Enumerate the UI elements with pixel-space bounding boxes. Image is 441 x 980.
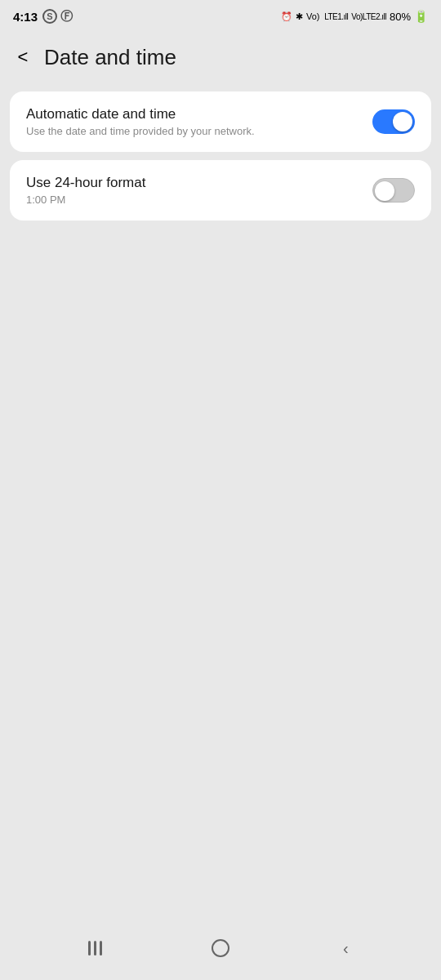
recent-apps-icon xyxy=(88,941,102,956)
24-hour-format-toggle[interactable] xyxy=(372,178,415,203)
24-hour-format-title: Use 24-hour format xyxy=(26,175,372,191)
auto-date-time-item[interactable]: Automatic date and time Use the date and… xyxy=(10,91,431,152)
home-button[interactable] xyxy=(196,936,245,960)
signal-lte2: Vo)LTE2.ıll xyxy=(351,12,386,21)
24-hour-format-toggle-knob xyxy=(375,181,394,201)
auto-date-time-toggle-knob xyxy=(393,112,412,131)
status-apps-icons: S Ⓕ xyxy=(42,9,73,24)
alarm-icon: ⏰ xyxy=(281,11,292,22)
page-title: Date and time xyxy=(44,45,176,70)
battery-icon: 🔋 xyxy=(414,10,428,23)
auto-date-time-text: Automatic date and time Use the date and… xyxy=(26,106,372,137)
wifi-icon: Vo) xyxy=(306,10,321,24)
svg-text:Vo): Vo) xyxy=(306,11,320,21)
24-hour-format-item[interactable]: Use 24-hour format 1:00 PM xyxy=(10,160,431,220)
auto-date-time-title: Automatic date and time xyxy=(26,106,372,122)
recent-apps-button[interactable] xyxy=(71,936,120,960)
back-nav-button[interactable]: ‹ xyxy=(321,936,370,960)
back-button[interactable]: < xyxy=(8,42,38,72)
samsung-icon: S xyxy=(42,9,57,24)
auto-date-time-subtitle: Use the date and time provided by your n… xyxy=(26,125,372,137)
signal-lte1: LTE1.ıll xyxy=(324,12,348,21)
status-right: ⏰ ✱ Vo) LTE1.ıll Vo)LTE2.ıll 80% 🔋 xyxy=(281,10,428,24)
status-bar: 4:13 S Ⓕ ⏰ ✱ Vo) LTE1.ıll Vo)LTE2.ıll 80… xyxy=(0,0,441,29)
page-header: < Date and time xyxy=(0,29,441,85)
status-left: 4:13 S Ⓕ xyxy=(13,9,73,24)
facebook-icon: Ⓕ xyxy=(60,9,73,24)
battery-percent: 80% xyxy=(390,11,411,23)
home-icon xyxy=(212,939,229,957)
nav-line-1 xyxy=(88,941,91,956)
bottom-navigation: ‹ xyxy=(0,923,441,980)
nav-line-2 xyxy=(94,941,96,956)
settings-content: Automatic date and time Use the date and… xyxy=(0,85,441,923)
24-hour-format-text: Use 24-hour format 1:00 PM xyxy=(26,175,372,206)
nav-line-3 xyxy=(100,941,102,956)
status-time: 4:13 xyxy=(13,10,38,24)
24-hour-format-card: Use 24-hour format 1:00 PM xyxy=(10,160,431,220)
auto-date-time-card: Automatic date and time Use the date and… xyxy=(10,91,431,152)
auto-date-time-toggle[interactable] xyxy=(372,109,415,134)
back-nav-icon: ‹ xyxy=(343,939,349,958)
24-hour-format-subtitle: 1:00 PM xyxy=(26,194,372,206)
bluetooth-icon: ✱ xyxy=(296,11,303,22)
